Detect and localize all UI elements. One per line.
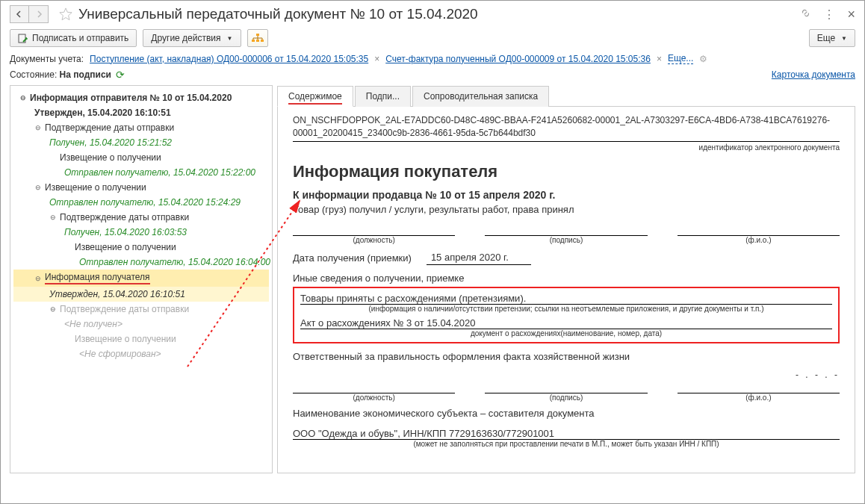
org-value: ООО "Одежда и обувь", ИНН/КПП 7729163630…: [293, 426, 840, 440]
tab-content[interactable]: Содержимое: [277, 86, 353, 107]
tree-n1[interactable]: ⊖Подтверждение даты отправки: [13, 120, 269, 135]
tree-n3-status: Утвержден, 15.04.2020 16:10:51: [13, 287, 269, 302]
sublabel-post: (должность): [293, 236, 455, 244]
tree-n2a-status: Получен, 15.04.2020 16:03:53: [13, 225, 269, 240]
tree-n3-selected[interactable]: ⊖Информация получателя: [13, 270, 269, 287]
tree-n1a[interactable]: Извещение о получении: [13, 150, 269, 165]
svg-rect-1: [256, 34, 259, 36]
doc-link-2-remove[interactable]: ×: [657, 54, 662, 64]
svg-rect-2: [252, 40, 255, 42]
doc-text-received: Товар (груз) получил / услуги, результат…: [293, 204, 840, 215]
svg-rect-3: [256, 40, 259, 42]
nav-forward[interactable]: [29, 5, 49, 23]
page-title: Универсальный передаточный документ № 10…: [78, 6, 800, 22]
other-info-label: Иные сведения о получении, приемке: [293, 273, 840, 284]
tree-n1a-status: Отправлен получателю, 15.04.2020 15:22:0…: [13, 165, 269, 180]
date-label: Дата получения (приемки): [293, 252, 412, 264]
doc-id-label: идентификатор электронного документа: [293, 143, 840, 152]
sign-send-label: Подписать и отправить: [32, 33, 128, 43]
link-icon[interactable]: [800, 7, 811, 21]
tree-n2[interactable]: ⊖Извещение о получении: [13, 180, 269, 195]
close-icon[interactable]: ×: [847, 7, 855, 22]
tree-n3b[interactable]: Извещение о получении: [13, 332, 269, 346]
structure-button[interactable]: [247, 29, 268, 47]
tab-cover-note[interactable]: Сопроводительная записка: [412, 86, 549, 107]
tree-n3a-status: <Не получен>: [13, 317, 269, 332]
docs-more-link[interactable]: Еще...: [668, 53, 693, 64]
document-card-link[interactable]: Карточка документа: [772, 69, 855, 80]
tree-n3b-status: <Не сформирован>: [13, 346, 269, 361]
act-text: Акт о расхождениях № 3 от 15.04.2020: [300, 316, 832, 329]
refresh-icon[interactable]: ⟳: [116, 69, 125, 81]
org-sub: (может не заполняться при проставлении п…: [293, 440, 840, 448]
tree-n2b[interactable]: Извещение о получении: [13, 240, 269, 255]
econ-subject-label: Наименование экономического субъекта – с…: [293, 408, 840, 419]
discrepancy-box: Товары приняты с расхождениями (претензи…: [293, 287, 840, 343]
mp-label: М.П.: [315, 470, 335, 473]
doc-link-1-remove[interactable]: ×: [374, 54, 379, 64]
kebab-icon[interactable]: ⋮: [823, 7, 835, 22]
other-actions-label: Другие действия: [151, 33, 220, 43]
doc-link-2[interactable]: Счет-фактура полученный ОД00-000009 от 1…: [385, 54, 651, 64]
sublabel-fio: (ф.и.о.): [678, 236, 840, 244]
document-preview: ON_NSCHFDOPPOK_2AL-E7ADDC60-D48C-489C-BB…: [277, 107, 855, 473]
responsible-label: Ответственный за правильность оформления…: [293, 351, 840, 362]
claims-sub: (информация о наличии/отсутствии претенз…: [300, 305, 832, 313]
state-value: На подписи: [60, 69, 111, 80]
tab-signatures[interactable]: Подпи...: [355, 86, 411, 107]
tree-n2b-status: Отправлен получателю, 15.04.2020 16:04:0…: [13, 255, 269, 270]
docs-label: Документы учета:: [10, 54, 84, 64]
sign-and-send-button[interactable]: Подписать и отправить: [10, 29, 137, 47]
tree-pane: ⊖Информация отправителя № 10 от 15.04.20…: [10, 85, 273, 473]
nav-back[interactable]: [10, 5, 29, 23]
tree-root[interactable]: ⊖Информация отправителя № 10 от 15.04.20…: [13, 90, 269, 105]
gear-icon[interactable]: ⚙: [699, 54, 707, 64]
doc-link-1[interactable]: Поступление (акт, накладная) ОД00-000006…: [90, 54, 368, 64]
other-actions-button[interactable]: Другие действия ▼: [143, 29, 241, 47]
tree-n2-status: Отправлен получателю, 15.04.2020 15:24:2…: [13, 195, 269, 210]
more-button[interactable]: Еще ▼: [809, 29, 855, 47]
act-sub: документ о расхождениях(наименование, но…: [300, 329, 832, 337]
tree-n3a[interactable]: ⊖Подтверждение даты отправки: [13, 302, 269, 317]
doc-id: ON_NSCHFDOPPOK_2AL-E7ADDC60-D48C-489C-BB…: [293, 114, 840, 142]
state-label: Состояние:: [10, 69, 57, 80]
date-value: 15 апреля 2020 г.: [427, 252, 531, 265]
claims-text: Товары приняты с расхождениями (претензи…: [300, 291, 832, 305]
doc-subtitle: К информации продавца № 10 от 15 апреля …: [293, 189, 840, 201]
tree-root-status: Утвержден, 15.04.2020 16:10:51: [13, 105, 269, 120]
svg-rect-4: [261, 40, 264, 42]
tree-n1-status: Получен, 15.04.2020 15:21:52: [13, 135, 269, 150]
star-icon[interactable]: [59, 7, 72, 21]
doc-title: Информация покупателя: [293, 162, 840, 181]
more-label: Еще: [817, 33, 835, 43]
dash-line: - . - . -: [293, 370, 840, 380]
sublabel-sign: (подпись): [485, 236, 647, 244]
tree-n2a[interactable]: ⊖Подтверждение даты отправки: [13, 210, 269, 225]
